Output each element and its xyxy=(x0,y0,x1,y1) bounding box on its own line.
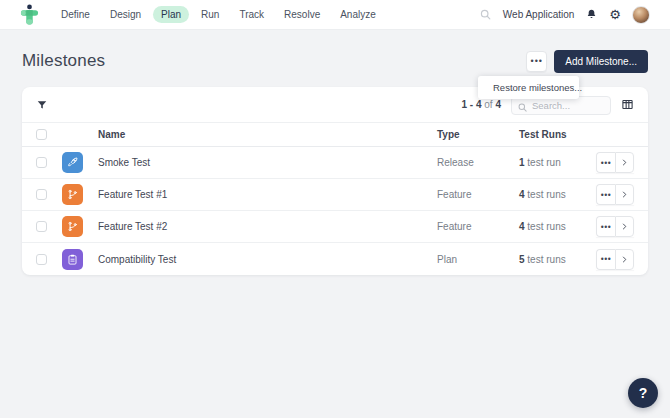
test-run-text: test runs xyxy=(527,254,565,265)
row-actions: ••• xyxy=(591,216,634,237)
project-selector[interactable]: Web Application xyxy=(503,9,575,20)
chevron-right-icon xyxy=(620,222,629,231)
column-header-test-runs: Test Runs xyxy=(519,129,591,140)
pagination-label: 1 - 4 of 4 xyxy=(462,99,501,110)
milestone-type: Feature xyxy=(437,189,519,200)
test-run-count: 4 xyxy=(519,189,525,200)
nav-item-define[interactable]: Define xyxy=(53,6,98,23)
table-row[interactable]: Feature Test #1 Feature 4 test runs ••• xyxy=(22,179,648,211)
rocket-icon xyxy=(62,152,83,173)
pagination-total: 4 xyxy=(495,99,501,110)
milestones-more-menu: Restore milestones... xyxy=(478,76,579,99)
milestones-more-button[interactable]: ••• xyxy=(526,51,547,72)
milestones-card: 1 - 4 of 4 xyxy=(22,87,648,275)
chevron-right-icon xyxy=(620,255,629,264)
row-more-button[interactable]: ••• xyxy=(596,249,615,270)
chevron-right-icon xyxy=(620,158,629,167)
milestone-name[interactable]: Feature Test #1 xyxy=(98,189,437,200)
milestone-type: Plan xyxy=(437,254,519,265)
page-title: Milestones xyxy=(22,51,105,71)
pagination-of: of xyxy=(484,99,492,110)
row-checkbox[interactable] xyxy=(36,254,47,265)
help-button[interactable]: ? xyxy=(628,378,658,408)
branch-icon xyxy=(62,184,83,205)
row-checkbox[interactable] xyxy=(36,189,47,200)
milestone-type: Release xyxy=(437,157,519,168)
milestone-test-runs: 4 test runs xyxy=(519,189,591,200)
top-navbar: Define Design Plan Run Track Resolve Ana… xyxy=(0,0,670,30)
row-more-button[interactable]: ••• xyxy=(596,216,615,237)
milestone-type: Feature xyxy=(437,221,519,232)
app-window: Define Design Plan Run Track Resolve Ana… xyxy=(0,0,670,418)
nav-item-plan[interactable]: Plan xyxy=(153,6,189,23)
milestone-name[interactable]: Compatibility Test xyxy=(98,254,437,265)
milestone-test-runs: 4 test runs xyxy=(519,221,591,232)
nav-item-track[interactable]: Track xyxy=(231,6,272,23)
milestone-name[interactable]: Smoke Test xyxy=(98,157,437,168)
user-avatar[interactable] xyxy=(632,6,650,24)
search-input-icon xyxy=(517,99,528,117)
test-run-count: 4 xyxy=(519,221,525,232)
select-all-checkbox[interactable] xyxy=(36,129,47,140)
row-checkbox[interactable] xyxy=(36,221,47,232)
nav-item-resolve[interactable]: Resolve xyxy=(276,6,328,23)
row-open-button[interactable] xyxy=(615,216,634,237)
row-open-button[interactable] xyxy=(615,152,634,173)
column-header-name: Name xyxy=(98,129,437,140)
row-more-button[interactable]: ••• xyxy=(596,184,615,205)
row-more-button[interactable]: ••• xyxy=(596,152,615,173)
nav-item-analyze[interactable]: Analyze xyxy=(332,6,384,23)
branch-icon xyxy=(62,216,83,237)
header-actions: ••• Add Milestone... xyxy=(526,50,648,73)
test-run-text: test runs xyxy=(527,221,565,232)
test-run-count: 1 xyxy=(519,157,525,168)
table-row[interactable]: Compatibility Test Plan 5 test runs ••• xyxy=(22,243,648,275)
table-row[interactable]: Feature Test #2 Feature 4 test runs ••• xyxy=(22,211,648,243)
pagination-range: 1 - 4 xyxy=(462,99,482,110)
row-checkbox[interactable] xyxy=(36,157,47,168)
nav-item-design[interactable]: Design xyxy=(102,6,149,23)
add-milestone-button[interactable]: Add Milestone... xyxy=(554,50,648,73)
clipboard-icon xyxy=(62,249,83,270)
test-run-text: test runs xyxy=(527,189,565,200)
row-actions: ••• xyxy=(591,249,634,270)
table-row[interactable]: Smoke Test Release 1 test run ••• xyxy=(22,147,648,179)
test-run-text: test run xyxy=(527,157,560,168)
table-header-row: Name Type Test Runs xyxy=(22,122,648,147)
restore-milestones-menu-item[interactable]: Restore milestones... xyxy=(478,78,579,97)
milestone-test-runs: 5 test runs xyxy=(519,254,591,265)
notifications-bell-icon[interactable] xyxy=(585,8,598,21)
milestone-name[interactable]: Feature Test #2 xyxy=(98,221,437,232)
row-open-button[interactable] xyxy=(615,184,634,205)
restore-milestones-label: Restore milestones... xyxy=(493,82,582,93)
column-header-type: Type xyxy=(437,129,519,140)
settings-gear-icon[interactable]: ⚙ xyxy=(609,8,621,21)
row-actions: ••• xyxy=(591,184,634,205)
chevron-right-icon xyxy=(620,190,629,199)
columns-icon[interactable] xyxy=(621,98,634,111)
app-logo-icon[interactable] xyxy=(20,4,39,25)
nav-item-run[interactable]: Run xyxy=(193,6,227,23)
row-open-button[interactable] xyxy=(615,249,634,270)
test-run-count: 5 xyxy=(519,254,525,265)
milestone-test-runs: 1 test run xyxy=(519,157,591,168)
page-header: Milestones ••• Add Milestone... xyxy=(22,48,648,74)
search-icon[interactable] xyxy=(479,8,492,21)
filter-funnel-icon[interactable] xyxy=(36,99,48,111)
row-actions: ••• xyxy=(591,152,634,173)
navbar-right-group: Web Application ⚙ xyxy=(479,6,650,24)
